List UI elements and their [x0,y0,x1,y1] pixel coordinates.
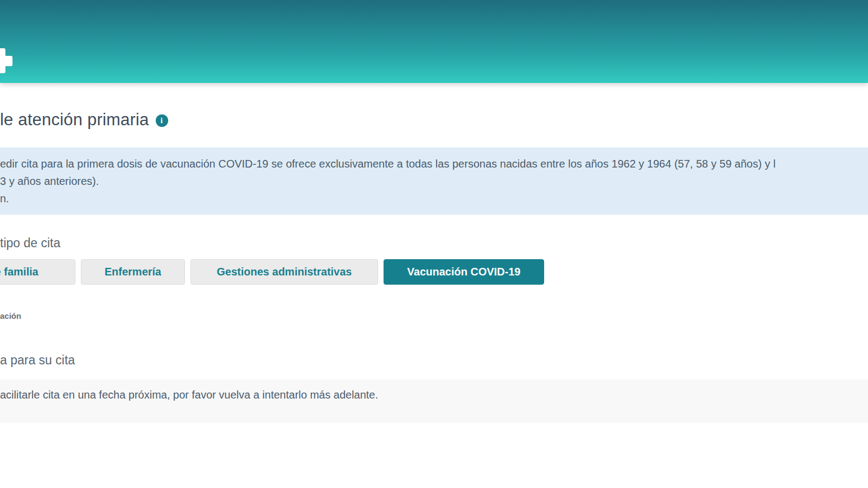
appointment-type-label: tipo de cita [0,236,60,251]
page: le atención primaria i edir cita para la… [0,0,868,488]
info-icon[interactable]: i [156,114,168,127]
type-button-gestiones-administrativas[interactable]: Gestiones administrativas [190,259,378,285]
page-title-row: le atención primaria i [0,110,168,130]
no-appointment-message: acilitarle cita en una fecha próxima, po… [0,387,868,402]
no-appointment-message-box: acilitarle cita en una fecha próxima, po… [0,380,868,423]
type-button-enfermeria[interactable]: Enfermería [81,259,185,285]
health-plus-icon [0,48,12,73]
eligibility-notice-box: edir cita para la primera dosis de vacun… [0,147,868,215]
date-section-title: a para su cita [0,353,75,368]
vaccination-small-label: ación [0,311,21,320]
app-header [0,0,868,83]
appointment-type-buttons: de familia Enfermería Gestiones administ… [0,259,544,285]
type-button-vacunacion-covid19[interactable]: Vacunación COVID-19 [384,259,544,285]
type-button-familia[interactable]: de familia [0,259,75,285]
plus-icon-vertical-bar [0,48,5,73]
page-title: le atención primaria [0,110,149,130]
notice-line-2: 3 y años anteriores). [0,172,868,190]
notice-line-3: n. [0,190,868,207]
notice-line-1: edir cita para la primera dosis de vacun… [0,155,868,172]
